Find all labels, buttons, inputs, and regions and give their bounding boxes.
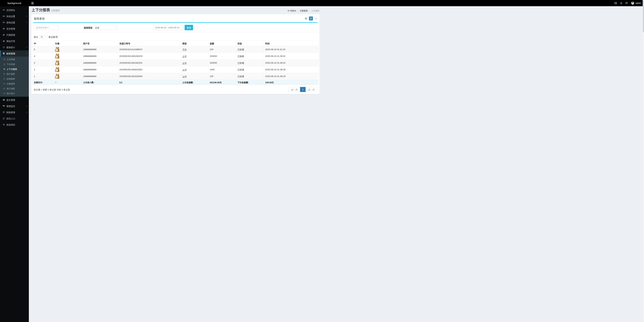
current-page-button[interactable]: 1 — [300, 87, 306, 92]
type-select[interactable]: 全部 — [93, 25, 118, 30]
panel-header: 报表查询 ✕ — [31, 14, 320, 22]
cell-order: 2025091501383932852 — [118, 66, 181, 73]
sidebar-item-fake-drag[interactable]: 假拖管理 — [0, 109, 29, 115]
sidebar-item-service-monitor[interactable]: 客服监控 — [0, 103, 29, 109]
chevron-left-icon — [26, 112, 28, 113]
sidebar: 总控制台 系统设置 游戏设置 会员管理 代理管理 预设开奖 报表统计 — [0, 6, 29, 161]
gauge-icon — [3, 9, 5, 11]
summary-row: 全部合计: -- 上分总人数: 5人 上分总金额: 201100.00元 下分总… — [32, 80, 318, 85]
table-row: 2 18888888889 2025091501383932852 上分 100… — [32, 66, 318, 73]
date-range-input[interactable] — [153, 25, 184, 30]
sidebar-item-user-report[interactable]: 用户报表 — [0, 72, 29, 76]
cell-avatar — [54, 66, 82, 73]
sidebar-item-user-stats[interactable]: 用户统计 — [0, 91, 29, 96]
sidebar-item-lottery-report[interactable]: 彩种报表 — [0, 76, 29, 81]
refresh-button[interactable] — [309, 17, 313, 21]
users-icon — [3, 34, 5, 36]
cell-amount: 100 — [208, 46, 236, 53]
chevron-left-icon — [26, 16, 28, 17]
summary-debit-amount-value: 100.00元 — [264, 80, 318, 85]
report-table: ID 头像 用户名 充值订单号 类型 金额 状态 时间 5 1888888888… — [32, 41, 318, 85]
sidebar-item-change-password[interactable]: 修改密码 — [0, 122, 29, 128]
chevron-down-icon — [26, 53, 28, 54]
cubes-icon — [3, 40, 5, 42]
cell-status: 已处理 — [236, 46, 264, 53]
next-page-button[interactable]: 后一页 — [306, 87, 317, 92]
cell-avatar — [54, 73, 82, 80]
sidebar-item-report-stats[interactable]: 报表统计 — [0, 44, 29, 50]
sidebar-item-room-entrance[interactable]: 房间入口 — [0, 115, 29, 122]
sidebar-item-debit-request[interactable]: 下分申请 — [0, 62, 29, 67]
main-content: 上下分报表分数报表 控制台 > 分数报表 > 上分报表 报表查询 ✕ — [29, 0, 322, 94]
type-label: 选择类型 — [84, 26, 92, 29]
table-header-row: ID 头像 用户名 充值订单号 类型 金额 状态 时间 — [32, 41, 318, 46]
cell-type: 上分 — [181, 53, 208, 60]
table-row: 3 18888888889 2025091501392340252 上分 200… — [32, 60, 318, 66]
sidebar-item-members[interactable]: 会员管理 — [0, 26, 29, 32]
column-header-time: 时间 — [264, 41, 318, 46]
cell-id: 1 — [32, 73, 54, 80]
database-icon — [3, 52, 5, 55]
column-header-id: ID — [32, 41, 54, 46]
cell-amount: 200000 — [208, 60, 236, 66]
breadcrumb-separator: > — [297, 10, 298, 12]
sidebar-item-dashboard[interactable]: 总控制台 — [0, 7, 29, 13]
sidebar-item-agents[interactable]: 代理管理 — [0, 32, 29, 38]
info-icon[interactable] — [305, 17, 307, 20]
cell-username: 18888888889 — [82, 46, 118, 53]
cell-id: 2 — [32, 66, 54, 73]
circle-o-icon — [3, 83, 5, 85]
top-navbar: background admin — [0, 0, 322, 6]
panel-tools: ✕ — [305, 17, 318, 21]
breadcrumb: 控制台 > 分数报表 > 上分报表 — [288, 9, 319, 12]
sidebar-item-credit-request[interactable]: 上分申请 — [0, 57, 29, 62]
circle-o-icon — [3, 63, 5, 65]
cell-username: 18888888889 — [82, 53, 118, 60]
page-size-select[interactable]: 10 — [39, 35, 47, 39]
records-info: 显示第 1 到第 5 条记录 共有 5 条记录 — [34, 88, 70, 91]
brand-logo[interactable]: background — [0, 2, 29, 5]
sidebar-item-system-settings[interactable]: 系统设置 — [0, 13, 29, 19]
sidebar-item-category-report[interactable]: 分类报表 — [0, 81, 29, 86]
sidebar-item-credit-debit-report[interactable]: 上下分报表 — [0, 67, 29, 72]
column-header-type: 类型 — [181, 41, 208, 46]
breadcrumb-score-report[interactable]: 分数报表 — [300, 9, 308, 12]
table-row: 5 18888888889 2025091501413286872 下分 100… — [32, 46, 318, 53]
refresh-icon — [310, 18, 312, 20]
content-header: 上下分报表分数报表 控制台 > 分数报表 > 上分报表 — [29, 6, 322, 14]
row-avatar-image — [55, 47, 60, 52]
sidebar-item-preset-draw[interactable]: 预设开奖 — [0, 38, 29, 44]
close-icon[interactable]: ✕ — [314, 17, 318, 20]
gamepad-icon — [3, 21, 5, 24]
cell-time: 2025-09-15 01:38:39 — [264, 66, 318, 73]
summary-debit-amount-label: 下分总金额: — [236, 80, 264, 85]
page-size-prefix: 显示 — [34, 35, 38, 39]
cell-avatar — [54, 60, 82, 66]
search-button[interactable]: 查询 — [185, 25, 193, 30]
cell-avatar — [54, 53, 82, 60]
gamepad-icon — [3, 15, 5, 17]
comments-icon — [3, 105, 5, 107]
sidebar-item-merchant-collection[interactable]: 商户收款 — [0, 86, 29, 91]
cell-username: 18888888889 — [82, 73, 118, 80]
summary-credit-count-label: 上分总人数: — [82, 80, 118, 85]
sidebar-item-game-settings[interactable]: 游戏设置 — [0, 19, 29, 26]
summary-total-label: 全部合计: — [32, 80, 54, 85]
sidebar-item-finance[interactable]: 财务管理 — [0, 50, 29, 57]
sidebar-item-rebate[interactable]: 返水管理 — [0, 97, 29, 103]
sidebar-toggle-button[interactable] — [31, 2, 34, 5]
prev-page-button[interactable]: 前一页 — [289, 87, 300, 92]
column-header-amount: 金额 — [208, 41, 236, 46]
chevron-down-icon — [44, 36, 46, 38]
breadcrumb-home[interactable]: 控制台 — [288, 9, 296, 12]
cell-username: 18888888889 — [82, 60, 118, 66]
summary-credit-amount-value: 201100.00元 — [208, 80, 236, 85]
cart-icon — [3, 124, 5, 126]
cell-order: 2025091501381928404 — [118, 73, 181, 80]
share-icon — [3, 117, 5, 120]
circle-o-icon — [3, 78, 5, 80]
breadcrumb-current: 上分报表 — [311, 9, 319, 12]
cell-order: 2025091501392340252 — [118, 60, 181, 66]
user-search-input[interactable] — [34, 25, 58, 30]
row-avatar-image — [55, 67, 60, 72]
